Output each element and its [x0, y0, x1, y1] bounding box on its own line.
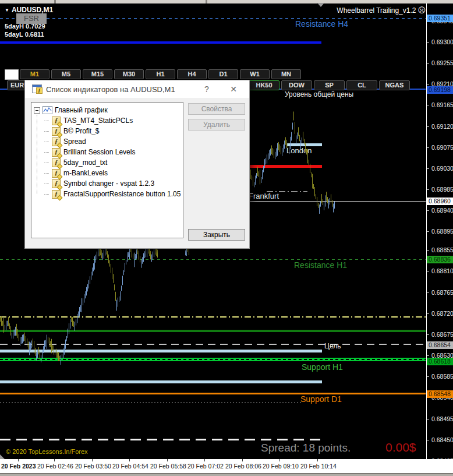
dialog-titlebar[interactable]: ƒ Список индикаторов на AUDUSD,M1 ? ✕ [25, 80, 249, 98]
resistance-h1-label: Resistance H1 [294, 260, 347, 270]
tree-connector [44, 194, 49, 195]
tree-connector [44, 173, 49, 174]
time-label: 20 Feb 09:10 [263, 463, 299, 470]
window-bottom-strip [0, 473, 453, 476]
timeframe-button-m1[interactable]: M1 [20, 69, 49, 79]
time-label: 20 Feb 03:50 [75, 463, 111, 470]
day-high-label: 5dayH 0.7029 [5, 23, 45, 30]
indicator-name-label: FractalSupportResistance button 1.05 [63, 190, 181, 198]
symbol-button-sp[interactable]: SP [314, 80, 345, 90]
delete-button[interactable]: Удалить [188, 119, 245, 131]
price-tick: 0.69120 [427, 123, 453, 130]
price-tick: 0.68765 [427, 289, 453, 296]
tree-item-indicator[interactable]: ƒ5day_mod_txt [44, 157, 107, 168]
price-tag: 0.68654 [427, 341, 453, 349]
price-tick: 0.68495 [427, 415, 453, 422]
tree-item-indicator[interactable]: ƒFractalSupportResistance button 1.05 [44, 189, 181, 199]
symbol-button-cl[interactable]: CL [346, 80, 377, 90]
bid-line [247, 201, 426, 202]
price-tag: 0.68618 [427, 358, 453, 365]
tree-item-indicator[interactable]: ƒB© Profit_$ [44, 126, 100, 136]
timeframe-button-d1[interactable]: D1 [208, 69, 238, 79]
tree-item-main-chart[interactable]: Главный график [34, 105, 108, 115]
dialog-help-button[interactable]: ? [200, 83, 214, 96]
timeframe-button-m15[interactable]: M15 [83, 69, 112, 79]
indicator-name-label: m-BankLevels [63, 169, 108, 177]
dark-green-thick-line [0, 330, 426, 332]
mt4-chart-window: ▼AUDUSD,M1 Wheelbarrel Trailing_v1.2☹ FS… [0, 0, 453, 476]
timeframe-button-h4[interactable]: H4 [177, 69, 207, 79]
close-button[interactable]: Закрыть [188, 229, 245, 241]
price-tick: 0.69300 [427, 38, 453, 45]
price-tick: 0.68940 [427, 207, 453, 214]
tree-item-label: Главный график [55, 106, 108, 114]
support-h1-line [0, 358, 426, 361]
indicator-function-icon: ƒ [52, 190, 61, 199]
tree-connector [44, 184, 49, 184]
indicator-function-icon: ƒ [52, 127, 61, 136]
spread-label: Spread: 18 points. [261, 442, 351, 454]
symbol-button-hk50[interactable]: HK50 [249, 80, 279, 90]
time-tick [167, 459, 168, 461]
resistance-h4-line [0, 18, 426, 19]
time-label: 20 Feb 07:02 [187, 463, 224, 470]
collapse-icon[interactable] [34, 107, 40, 114]
indicator-list-dialog: ƒ Список индикаторов на AUDUSD,M1 ? ✕ Гл… [24, 80, 250, 249]
profit-label: 0.00$ [385, 440, 416, 454]
time-tick [129, 459, 130, 461]
time-label: 20 Feb 2023 [1, 463, 36, 470]
timeframe-button-row: M1M5M15M30H1H4D1W1MN [20, 69, 301, 79]
symbol-button-dow[interactable]: DOW [281, 80, 312, 90]
symbol-title-text: AUDUSD,M1 [12, 6, 53, 14]
timeframe-button-m5[interactable]: M5 [51, 69, 81, 79]
tree-item-indicator[interactable]: ƒTAS_MT4_StaticPCLs [44, 115, 133, 126]
price-axis[interactable]: 0.693450.693000.692550.692100.691650.691… [426, 3, 453, 459]
day-low-label: 5dayL 0.6811 [5, 31, 44, 38]
resistance-h1-line [0, 259, 426, 260]
chart-symbol-title[interactable]: ▼AUDUSD,M1 [5, 6, 53, 14]
h4-thick-blue-line [0, 41, 321, 44]
indicator-name-label: B© Profit_$ [63, 127, 100, 135]
dialog-close-button[interactable]: ✕ [225, 83, 242, 96]
time-label: 20 Feb 08:06 [225, 463, 261, 470]
ea-title-text: Wheelbarrel Trailing_v1.2 [337, 6, 416, 15]
price-tick: 0.69075 [427, 144, 453, 151]
timeframe-button-h1[interactable]: H1 [146, 69, 175, 79]
price-tag: 0.68836 [427, 256, 453, 263]
strip-separator [54, 0, 56, 3]
symbol-button-row: HK50DOWSPCLNGAS [249, 80, 410, 90]
indicator-function-icon: ƒ [52, 179, 61, 188]
price-tick: 0.69165 [427, 101, 453, 108]
indicator-name-label: Spread [63, 137, 86, 146]
indicator-name-label: Symbol changer - vspat 1.2.3 [63, 179, 154, 188]
indicator-function-icon: ƒ [52, 148, 61, 157]
price-tick: 0.68810 [427, 267, 453, 274]
time-tick [317, 459, 318, 461]
support-d1-line [0, 393, 426, 394]
timeframe-button-w1[interactable]: W1 [240, 69, 270, 79]
tree-connector [44, 163, 49, 163]
indicator-list[interactable]: Главный график ƒTAS_MT4_StaticPCLsƒB© Pr… [31, 102, 183, 238]
tree-item-indicator[interactable]: ƒm-BankLevels [44, 168, 108, 178]
time-axis[interactable]: 20 Feb 202320 Feb 02:4620 Feb 03:5020 Fe… [0, 459, 453, 473]
blank-toolbar-button[interactable] [5, 69, 19, 80]
tree-item-indicator[interactable]: ƒBrilliant Session Levels [44, 147, 135, 157]
dropdown-icon[interactable]: ▼ [5, 8, 9, 13]
timeframe-button-m30[interactable]: M30 [114, 69, 144, 79]
london-label: London [286, 146, 312, 155]
chart-icon [43, 106, 52, 114]
symbol-button-ngas[interactable]: NGAS [379, 80, 410, 90]
tree-item-indicator[interactable]: ƒSymbol changer - vspat 1.2.3 [44, 178, 154, 189]
sad-face-icon[interactable]: ☹ [417, 6, 426, 15]
properties-button[interactable]: Свойства [188, 103, 245, 115]
tree-item-indicator[interactable]: ƒSpread [44, 136, 86, 147]
common-price-label: Уровень общей цены [285, 90, 353, 98]
tree-connector [44, 131, 49, 132]
frankfurt-label: Frankfurt [249, 192, 279, 200]
yellow-dashdot-line [0, 316, 426, 318]
lightblue-lower-line [0, 380, 322, 383]
target-label: Цель [324, 342, 341, 350]
timeframe-button-mn[interactable]: MN [271, 69, 301, 79]
time-tick [279, 459, 280, 461]
ea-title: Wheelbarrel Trailing_v1.2☹ [337, 6, 426, 15]
